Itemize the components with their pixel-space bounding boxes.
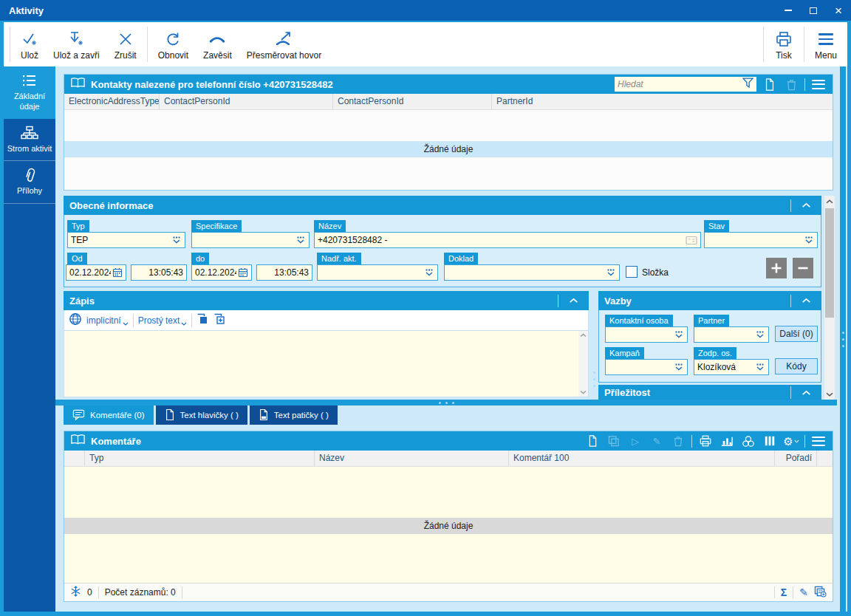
specifikace-input[interactable]: [191, 232, 310, 248]
sidebar-item-zakladni-udaje[interactable]: Základní údaje: [4, 66, 55, 119]
kody-button[interactable]: Kódy: [775, 358, 818, 374]
scroll-up-icon[interactable]: [580, 333, 587, 338]
column-header[interactable]: Typ: [85, 451, 315, 466]
panel-menu-icon[interactable]: [810, 76, 827, 92]
settings-gear-icon[interactable]: ⚙: [783, 433, 799, 449]
column-header[interactable]: ContactPersonId: [333, 94, 492, 109]
tab-komentare[interactable]: Komentáře (0): [64, 405, 154, 425]
column-header-filler: [817, 451, 833, 466]
kampan-input[interactable]: [605, 359, 688, 375]
dropdown-icon[interactable]: [424, 269, 434, 277]
chart-icon[interactable]: [719, 433, 735, 449]
vertical-splitter[interactable]: [590, 291, 598, 397]
grouping-icon[interactable]: [740, 433, 756, 449]
print-button[interactable]: Tisk: [767, 25, 801, 64]
dropdown-icon[interactable]: [606, 269, 616, 277]
tab-text-hlavicky[interactable]: Text hlavičky ( ): [156, 405, 247, 425]
copy-add-icon[interactable]: [213, 313, 226, 328]
nadr-akt-input[interactable]: [317, 264, 438, 281]
menu-button[interactable]: Menu: [807, 25, 844, 64]
copy-icon[interactable]: [196, 313, 209, 328]
zodp-os-input[interactable]: Klozíková: [694, 359, 769, 375]
column-header[interactable]: Pořadí: [775, 451, 817, 466]
collapse-chevron-icon[interactable]: [796, 291, 816, 310]
calendar-icon[interactable]: [238, 267, 248, 278]
column-header[interactable]: ElectronicAddressTypeId: [64, 94, 160, 109]
zapis-text-area[interactable]: [64, 331, 589, 397]
close-button[interactable]: ×: [826, 0, 851, 21]
toolbar-separator: [133, 314, 134, 327]
do-time-input[interactable]: 13:05:43: [256, 264, 312, 281]
print-icon[interactable]: [697, 433, 714, 449]
dropdown-icon[interactable]: [755, 363, 765, 372]
collapse-chevron-icon[interactable]: [564, 291, 583, 310]
dropdown-icon[interactable]: [295, 236, 306, 244]
tab-text-paticky[interactable]: Text patičky ( ): [250, 405, 338, 425]
nazev-input[interactable]: +420731528482 -: [314, 232, 701, 248]
dropdown-icon[interactable]: [171, 236, 182, 244]
calendar-icon[interactable]: [112, 267, 123, 278]
panel-menu-icon[interactable]: [810, 433, 827, 449]
right-splitter[interactable]: [840, 66, 846, 612]
od-time-input[interactable]: 13:05:43: [131, 264, 187, 281]
edit-pencil-icon[interactable]: ✎: [649, 433, 665, 449]
column-header[interactable]: PartnerId: [492, 94, 833, 109]
main-scrollbar[interactable]: [824, 196, 835, 400]
dropdown-icon[interactable]: [755, 331, 765, 339]
refresh-button[interactable]: Obnovit: [151, 25, 196, 64]
column-header[interactable]: ContactPersonId: [160, 94, 333, 109]
run-icon[interactable]: ▷: [627, 433, 643, 449]
bottom-tabs: Komentáře (0) Text hlavičky ( ) Text pat…: [64, 405, 338, 425]
collapse-chevron-icon[interactable]: [796, 196, 816, 215]
scroll-down-icon[interactable]: [580, 390, 587, 394]
format-selector[interactable]: Prostý text: [138, 315, 188, 326]
typ-input[interactable]: TEP: [67, 232, 185, 248]
scrollbar-thumb[interactable]: [825, 208, 834, 318]
delete-record-icon[interactable]: [670, 433, 686, 449]
save-and-close-button[interactable]: Ulož a zavři: [46, 25, 107, 64]
minimize-button[interactable]: [776, 0, 801, 21]
columns-icon[interactable]: [762, 433, 778, 449]
search-input[interactable]: [618, 79, 742, 89]
edit-pencil-icon[interactable]: ✎: [799, 586, 808, 598]
slozka-checkbox[interactable]: [626, 266, 638, 278]
add-view-icon[interactable]: [814, 586, 827, 600]
new-record-icon[interactable]: [584, 433, 601, 449]
collapse-chevron-icon[interactable]: [796, 385, 816, 400]
list-icon: [5, 72, 54, 89]
maximize-button[interactable]: [801, 0, 826, 21]
do-date-input[interactable]: 02.12.2024: [191, 264, 252, 281]
language-selector[interactable]: implicitní: [86, 315, 129, 326]
copy-record-icon[interactable]: [606, 433, 622, 449]
sidebar-item-prilohy[interactable]: Přílohy: [4, 161, 55, 204]
dalsi-button[interactable]: Další (0): [775, 326, 818, 342]
forward-call-button[interactable]: Přesměrovat hovor: [239, 25, 329, 64]
od-date-input[interactable]: 02.12.2024: [66, 264, 126, 281]
cancel-button[interactable]: Zrušit: [107, 25, 144, 64]
doklad-input[interactable]: [444, 264, 620, 281]
dropdown-icon[interactable]: [674, 331, 684, 339]
kontaktni-osoba-input[interactable]: [605, 326, 688, 343]
stav-input[interactable]: [704, 232, 818, 248]
contact-card-icon[interactable]: [686, 236, 697, 245]
column-header[interactable]: Název: [315, 451, 509, 466]
add-button[interactable]: [766, 258, 787, 278]
hang-up-button[interactable]: Zavěsit: [196, 25, 239, 64]
column-header[interactable]: Komentář 100: [509, 451, 775, 466]
dropdown-icon[interactable]: [804, 236, 814, 244]
scroll-up-icon[interactable]: [824, 196, 835, 207]
comments-panel-header: Komentáře ▷ ✎: [64, 431, 833, 451]
save-button[interactable]: Ulož: [13, 25, 46, 64]
zapis-scrollbar[interactable]: [578, 331, 588, 397]
sidebar-item-strom-aktivit[interactable]: Strom aktivit: [4, 119, 55, 162]
scroll-down-icon[interactable]: [824, 389, 835, 400]
horizontal-splitter[interactable]: [55, 400, 837, 405]
globe-icon[interactable]: [69, 312, 82, 329]
partner-input[interactable]: [694, 326, 769, 343]
new-record-icon[interactable]: [762, 76, 778, 92]
remove-button[interactable]: [793, 258, 813, 278]
filter-funnel-icon[interactable]: [742, 78, 753, 91]
dropdown-icon[interactable]: [674, 363, 684, 372]
sum-icon[interactable]: Σ: [781, 586, 787, 598]
delete-record-icon[interactable]: [783, 76, 799, 92]
